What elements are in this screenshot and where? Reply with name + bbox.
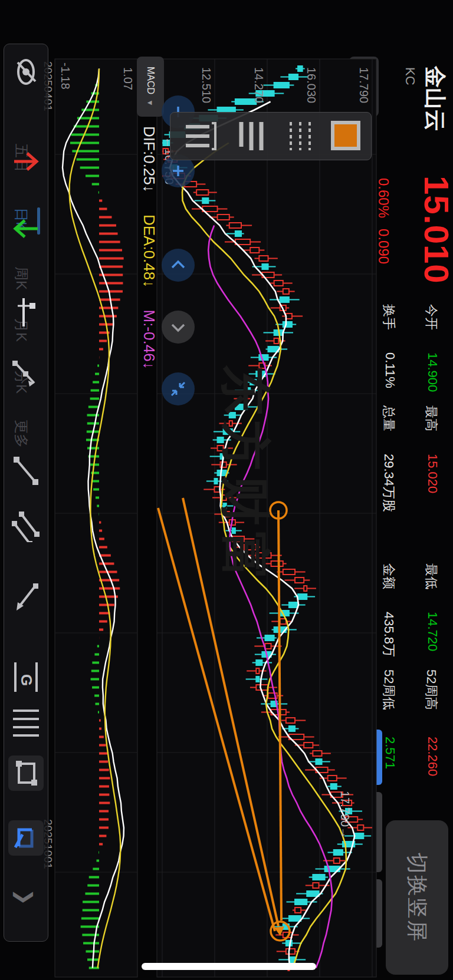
rectangle-tool-box[interactable] bbox=[8, 755, 44, 791]
macd-legend: DIF:0.25↓ DEA:0.48↓ M:-0.46↓ bbox=[140, 126, 158, 369]
chevron-right-icon bbox=[169, 318, 187, 336]
pan-right-button[interactable] bbox=[162, 311, 195, 344]
chevron-down-icon: ▼ bbox=[146, 99, 155, 107]
arrow-line-tool[interactable] bbox=[11, 582, 41, 613]
pen-tool[interactable] bbox=[11, 357, 41, 388]
rectangle-tool-icon bbox=[12, 759, 40, 787]
chevron-left-icon bbox=[169, 256, 187, 274]
green-down-arrow-tool[interactable] bbox=[11, 213, 41, 244]
red-up-arrow-tool[interactable] bbox=[11, 146, 41, 177]
dif-value: DIF:0.25↓ bbox=[140, 126, 158, 193]
period-tab-5[interactable]: 更多 bbox=[12, 420, 31, 448]
capture-tool-box[interactable] bbox=[8, 820, 44, 856]
period-tab-2[interactable]: 周K bbox=[12, 266, 31, 290]
macd-tab-label: MACD bbox=[145, 67, 156, 94]
draw-style-popup bbox=[170, 112, 372, 160]
price-axis-label: 17.790 bbox=[357, 67, 370, 103]
column-style-icon[interactable] bbox=[183, 122, 216, 151]
svg-text:G: G bbox=[18, 674, 35, 686]
macd-axis-bottom: -1.18 bbox=[58, 62, 72, 90]
price-axis-label: 12.510 bbox=[199, 67, 213, 103]
percent-lines-tool[interactable] bbox=[11, 706, 41, 737]
price-axis-label: 16.030 bbox=[304, 67, 318, 103]
collapse-arrows-icon bbox=[169, 380, 188, 398]
golden-section-tool[interactable]: G bbox=[11, 661, 41, 692]
collapse-chart-button[interactable] bbox=[162, 372, 195, 405]
dashed-line-style-icon[interactable] bbox=[285, 121, 314, 151]
macd-indicator-tab[interactable]: MACD▼ bbox=[137, 57, 164, 117]
collapse-toolbar-chevron[interactable]: ❯ bbox=[13, 889, 37, 906]
pan-left-button[interactable] bbox=[162, 249, 195, 282]
color-swatch-orange[interactable] bbox=[331, 121, 360, 150]
capture-tool-icon-active bbox=[12, 824, 40, 852]
m-value: M:-0.46↓ bbox=[140, 309, 158, 369]
parallel-lines-tool[interactable] bbox=[11, 512, 41, 542]
hide-drawings-eye-icon[interactable] bbox=[11, 57, 41, 87]
drawing-toolbar bbox=[4, 44, 48, 942]
watermark: 东方财富 bbox=[211, 365, 278, 587]
macd-axis-top: 1.07 bbox=[121, 67, 134, 90]
horizontal-line-tool[interactable] bbox=[11, 296, 41, 326]
home-indicator bbox=[142, 963, 316, 970]
landscape-root: 金山云 KC 15.010 0.60%0.090 今开 14.900 换手 0.… bbox=[0, 0, 453, 980]
solid-line-style-icon[interactable] bbox=[237, 121, 266, 151]
plus-icon bbox=[169, 162, 187, 180]
dea-value: DEA:0.48↓ bbox=[140, 215, 158, 288]
line-segment-tool[interactable] bbox=[11, 455, 41, 486]
price-axis-label: 14.270 bbox=[252, 67, 265, 103]
high-price-marker: 17.790→ bbox=[338, 791, 352, 839]
